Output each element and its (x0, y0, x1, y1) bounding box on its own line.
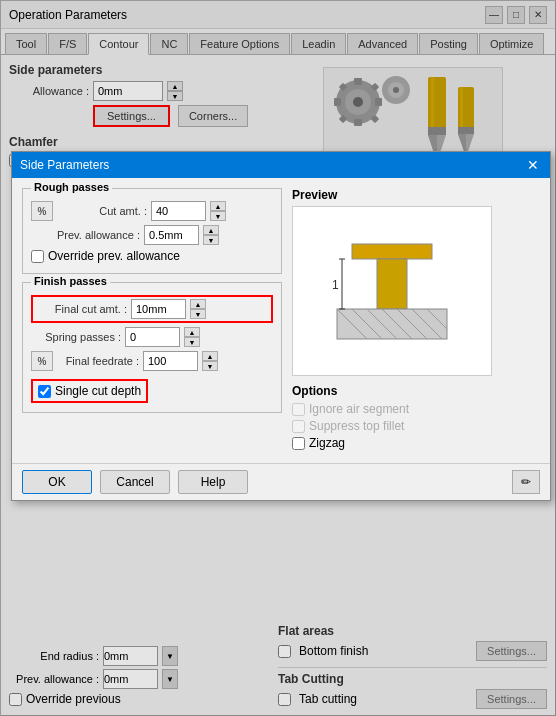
feedrate-label: Final feedrate : (57, 355, 139, 367)
override-checkbox[interactable] (31, 250, 44, 263)
single-cut-depth-label: Single cut depth (55, 384, 141, 398)
svg-text:1: 1 (332, 278, 339, 292)
dialog-close-button[interactable]: ✕ (524, 156, 542, 174)
dialog-title: Side Parameters (20, 158, 109, 172)
feedrate-spin-down[interactable]: ▼ (202, 361, 218, 371)
spring-passes-label: Spring passes : (31, 331, 121, 343)
rough-passes-label: Rough passes (31, 181, 112, 193)
prev-allow-spinner: ▲ ▼ (203, 225, 219, 245)
prev-allow-spin-down[interactable]: ▼ (203, 235, 219, 245)
options-label: Options (292, 384, 540, 398)
ignore-air-label: Ignore air segment (309, 402, 409, 416)
ok-button[interactable]: OK (22, 470, 92, 494)
spring-passes-input[interactable] (125, 327, 180, 347)
dialog-body: Rough passes % Cut amt. : ▲ ▼ P (12, 178, 550, 463)
cut-amt-label: Cut amt. : (57, 205, 147, 217)
feedrate-spin-up[interactable]: ▲ (202, 351, 218, 361)
main-window: Operation Parameters — □ ✕ Tool F/S Cont… (0, 0, 556, 716)
zigzag-checkbox[interactable] (292, 437, 305, 450)
feedrate-input[interactable] (143, 351, 198, 371)
finish-passes-label: Finish passes (31, 275, 110, 287)
dialog-right: Preview (292, 188, 540, 453)
prev-allow-row: Prev. allowance : ▲ ▼ (31, 225, 273, 245)
options-group: Options Ignore air segment Suppress top … (292, 384, 540, 450)
cut-amt-spinner: ▲ ▼ (210, 201, 226, 221)
prev-allow-spin-up[interactable]: ▲ (203, 225, 219, 235)
ignore-air-checkbox[interactable] (292, 403, 305, 416)
preview-box: 1 (292, 206, 492, 376)
final-cut-spin-up[interactable]: ▲ (190, 299, 206, 309)
feedrate-spinner: ▲ ▼ (202, 351, 218, 371)
override-row: Override prev. allowance (31, 249, 273, 263)
suppress-top-label: Suppress top fillet (309, 419, 404, 433)
suppress-top-row: Suppress top fillet (292, 419, 540, 433)
dialog-title-bar: Side Parameters ✕ (12, 152, 550, 178)
side-parameters-dialog: Side Parameters ✕ Rough passes % Cut amt… (11, 151, 551, 501)
ignore-air-row: Ignore air segment (292, 402, 540, 416)
zigzag-row: Zigzag (292, 436, 540, 450)
suppress-top-checkbox[interactable] (292, 420, 305, 433)
spring-passes-row: Spring passes : ▲ ▼ (31, 327, 273, 347)
pencil-button[interactable]: ✏ (512, 470, 540, 494)
cut-amt-input[interactable] (151, 201, 206, 221)
preview-svg: 1 (312, 214, 472, 369)
single-cut-depth-row: Single cut depth (31, 379, 148, 403)
prev-allow-label: Prev. allowance : (31, 229, 140, 241)
rough-passes-group: Rough passes % Cut amt. : ▲ ▼ P (22, 188, 282, 274)
dialog-footer: OK Cancel Help ✏ (12, 463, 550, 500)
final-cut-label: Final cut amt. : (37, 303, 127, 315)
final-cut-spinner: ▲ ▼ (190, 299, 206, 319)
feedrate-row: % Final feedrate : ▲ ▼ (31, 351, 273, 371)
help-button[interactable]: Help (178, 470, 248, 494)
prev-allow-input[interactable] (144, 225, 199, 245)
feedrate-pct-icon: % (31, 351, 53, 371)
cut-amt-spin-up[interactable]: ▲ (210, 201, 226, 211)
pencil-icon: ✏ (521, 475, 531, 489)
final-cut-spin-down[interactable]: ▼ (190, 309, 206, 319)
spring-passes-spinner: ▲ ▼ (184, 327, 200, 347)
cut-amt-row: % Cut amt. : ▲ ▼ (31, 201, 273, 221)
pct-icon: % (31, 201, 53, 221)
svg-rect-24 (352, 244, 432, 259)
cut-amt-spin-down[interactable]: ▼ (210, 211, 226, 221)
dialog-left: Rough passes % Cut amt. : ▲ ▼ P (22, 188, 282, 453)
preview-label: Preview (292, 188, 540, 202)
svg-rect-25 (377, 259, 407, 309)
cancel-button[interactable]: Cancel (100, 470, 170, 494)
zigzag-label: Zigzag (309, 436, 345, 450)
override-label: Override prev. allowance (48, 249, 180, 263)
final-cut-row: Final cut amt. : ▲ ▼ (31, 295, 273, 323)
spring-passes-spin-up[interactable]: ▲ (184, 327, 200, 337)
finish-passes-group: Finish passes Final cut amt. : ▲ ▼ (22, 282, 282, 413)
final-cut-input[interactable] (131, 299, 186, 319)
spring-passes-spin-down[interactable]: ▼ (184, 337, 200, 347)
dialog-buttons: OK Cancel Help (22, 470, 248, 494)
single-cut-depth-checkbox[interactable] (38, 385, 51, 398)
